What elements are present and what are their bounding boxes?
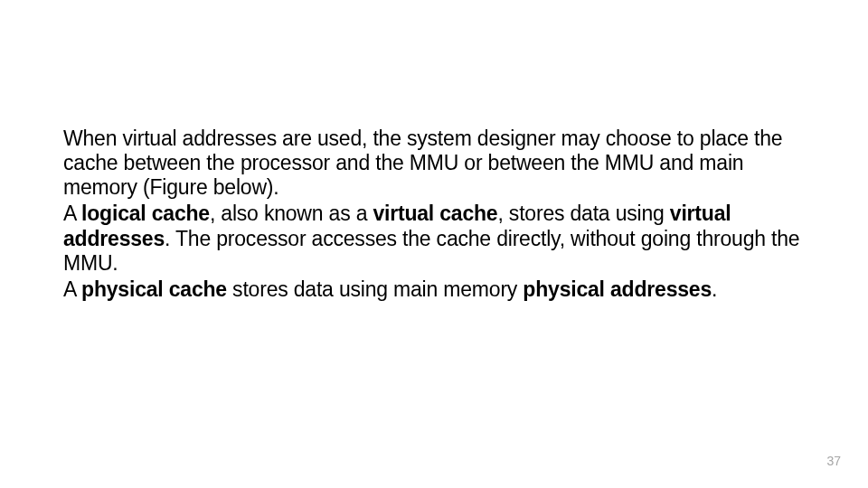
text: stores data using main memory: [227, 277, 523, 301]
text: , also known as a: [210, 202, 373, 225]
slide: When virtual addresses are used, the sys…: [0, 0, 868, 488]
paragraph-3: A physical cache stores data using main …: [63, 277, 805, 302]
body-text: When virtual addresses are used, the sys…: [63, 127, 805, 304]
term-virtual-cache: virtual cache: [373, 202, 497, 225]
text: . The processor accesses the cache direc…: [63, 227, 799, 275]
page-number: 37: [826, 454, 841, 468]
term-logical-cache: logical cache: [81, 202, 210, 225]
term-physical-addresses: physical addresses: [523, 277, 712, 301]
paragraph-2: A logical cache, also known as a virtual…: [63, 202, 805, 275]
term-physical-cache: physical cache: [81, 277, 227, 301]
text: A: [63, 202, 81, 225]
text: When virtual addresses are used, the sys…: [63, 127, 782, 199]
text: A: [63, 277, 81, 301]
text: , stores data using: [497, 202, 669, 225]
paragraph-1: When virtual addresses are used, the sys…: [63, 127, 805, 200]
text: .: [712, 277, 717, 301]
